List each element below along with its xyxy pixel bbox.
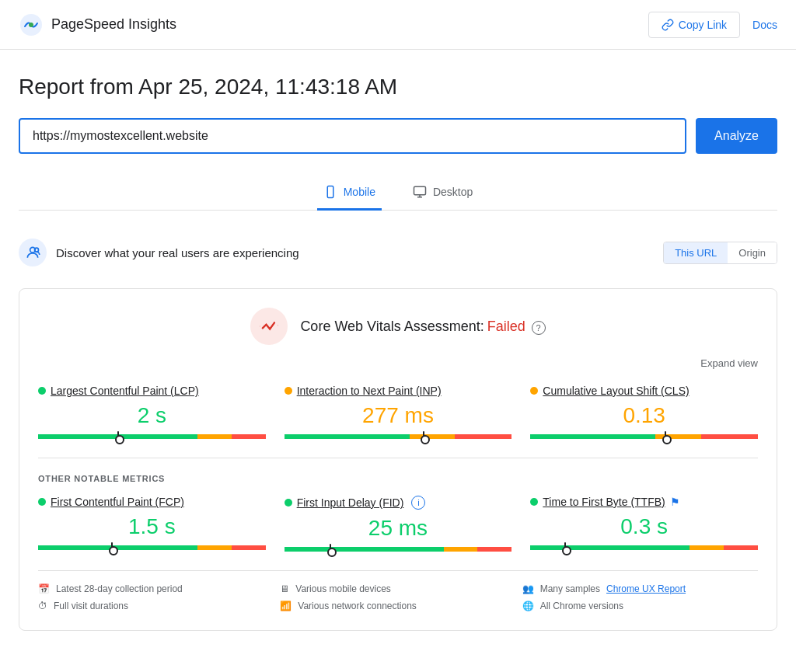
inp-bar-red: [455, 434, 511, 439]
footer-network-text: Various network connections: [298, 601, 417, 611]
fcp-link[interactable]: First Contentful Paint (FCP): [51, 496, 184, 508]
fcp-bar-orange: [197, 545, 232, 550]
fid-value: 25 ms: [285, 516, 512, 541]
inp-bar-marker: [423, 431, 424, 442]
fid-link[interactable]: First Input Delay (FID): [297, 496, 404, 509]
cls-bar-red: [701, 434, 758, 439]
ttfb-bar-track: [530, 545, 758, 550]
cwv-assessment-label: Core Web Vitals Assessment:: [300, 319, 484, 334]
pagespeed-logo: [19, 12, 44, 37]
fid-info-icon[interactable]: i: [411, 496, 425, 510]
cwv-info-icon[interactable]: ?: [532, 321, 546, 335]
header-left: PageSpeed Insights: [19, 12, 176, 37]
footer-item-duration: ⏱ Full visit durations: [38, 601, 274, 611]
fcp-bar-track: [38, 545, 266, 550]
inp-link[interactable]: Interaction to Next Paint (INP): [297, 385, 442, 397]
cls-bar-green: [530, 434, 655, 439]
mobile-icon: [323, 185, 337, 199]
inp-bar-track: [285, 434, 512, 439]
inp-bar-orange: [410, 434, 456, 439]
this-url-button[interactable]: This URL: [664, 242, 728, 263]
fcp-label-row: First Contentful Paint (FCP): [38, 496, 266, 508]
wifi-icon: 📶: [280, 601, 292, 611]
fcp-bar: [38, 545, 266, 550]
metric-lcp: Largest Contentful Paint (LCP) 2 s: [38, 385, 266, 439]
section-divider: [38, 458, 758, 458]
fid-dot: [285, 499, 292, 507]
lcp-bar-orange: [197, 434, 232, 439]
fid-bar-red: [477, 547, 511, 552]
copy-link-button[interactable]: Copy Link: [648, 12, 740, 38]
ttfb-value: 0.3 s: [530, 514, 758, 539]
footer-samples-text: Many samples: [540, 583, 600, 594]
footer-chrome-text: All Chrome versions: [540, 601, 623, 611]
fid-bar-marker: [330, 544, 331, 555]
inp-label-row: Interaction to Next Paint (INP): [285, 385, 512, 397]
chrome-ux-link[interactable]: Chrome UX Report: [606, 583, 686, 594]
ttfb-dot: [530, 498, 538, 506]
cls-dot: [530, 387, 538, 395]
ttfb-link[interactable]: Time to First Byte (TTFB): [543, 496, 665, 508]
chrome-icon: 🌐: [522, 601, 534, 611]
cls-bar-track: [530, 434, 758, 439]
tab-desktop-label: Desktop: [433, 186, 473, 198]
svg-rect-2: [327, 186, 333, 198]
origin-button[interactable]: Origin: [728, 242, 777, 263]
cwv-header: Core Web Vitals Assessment: Failed ?: [38, 308, 758, 345]
monitor-icon: 🖥: [280, 583, 289, 594]
fcp-bar-marker: [111, 542, 113, 553]
svg-rect-4: [414, 186, 425, 195]
ttfb-label-row: Time to First Byte (TTFB) ⚑: [530, 496, 758, 508]
lcp-bar-marker: [117, 431, 119, 442]
svg-point-9: [260, 317, 278, 335]
metric-ttfb: Time to First Byte (TTFB) ⚑ 0.3 s: [530, 496, 758, 552]
copy-link-label: Copy Link: [679, 19, 727, 31]
fid-bar-green: [285, 547, 444, 552]
app-title: PageSpeed Insights: [51, 16, 176, 33]
footer-duration-text: Full visit durations: [54, 601, 128, 611]
main-metrics-grid: Largest Contentful Paint (LCP) 2 s Inte: [38, 385, 758, 439]
metric-fcp: First Contentful Paint (FCP) 1.5 s: [38, 496, 266, 552]
fcp-value: 1.5 s: [38, 514, 266, 539]
analyze-button[interactable]: Analyze: [696, 118, 777, 154]
desktop-icon: [413, 185, 427, 199]
ttfb-bar-red: [724, 545, 758, 550]
cls-bar-marker: [665, 431, 666, 442]
ttfb-bar-green: [530, 545, 690, 550]
url-input[interactable]: [19, 118, 686, 154]
ttfb-flag-icon: ⚑: [670, 496, 680, 508]
docs-link[interactable]: Docs: [752, 19, 777, 31]
clock-icon: ⏱: [38, 601, 47, 611]
fid-bar-track: [285, 547, 512, 552]
main-content: Report from Apr 25, 2024, 11:43:18 AM An…: [0, 50, 796, 662]
fcp-dot: [38, 498, 46, 506]
footer-info: 📅 Latest 28-day collection period 🖥 Vari…: [38, 570, 758, 611]
lcp-bar-red: [232, 434, 266, 439]
metric-inp: Interaction to Next Paint (INP) 277 ms: [285, 385, 512, 439]
tab-mobile[interactable]: Mobile: [317, 176, 382, 211]
cls-value: 0.13: [530, 403, 758, 428]
discovery-left: Discover what your real users are experi…: [19, 239, 299, 266]
footer-item-collection: 📅 Latest 28-day collection period: [38, 583, 274, 594]
tab-desktop[interactable]: Desktop: [407, 176, 479, 211]
link-icon: [662, 19, 674, 31]
lcp-value: 2 s: [38, 403, 266, 428]
tab-mobile-label: Mobile: [344, 186, 375, 198]
lcp-label-row: Largest Contentful Paint (LCP): [38, 385, 266, 397]
cwv-status: Failed: [487, 319, 525, 334]
ttfb-bar-orange: [690, 545, 724, 550]
cwv-failed-icon: [250, 308, 288, 345]
device-tabs: Mobile Desktop: [19, 176, 777, 211]
cls-bar: [530, 434, 758, 439]
cls-link[interactable]: Cumulative Layout Shift (CLS): [543, 385, 689, 397]
fid-bar: [285, 547, 512, 552]
url-toggle: This URL Origin: [663, 242, 777, 264]
footer-item-chrome: 🌐 All Chrome versions: [522, 601, 758, 611]
footer-collection-text: Latest 28-day collection period: [56, 583, 183, 594]
expand-view[interactable]: Expand view: [38, 357, 758, 369]
lcp-link[interactable]: Largest Contentful Paint (LCP): [51, 385, 199, 397]
other-metrics-grid: First Contentful Paint (FCP) 1.5 s Firs: [38, 496, 758, 552]
users-icon: 👥: [522, 583, 534, 594]
inp-bar-green: [285, 434, 410, 439]
fid-label-row: First Input Delay (FID) i: [285, 496, 512, 510]
